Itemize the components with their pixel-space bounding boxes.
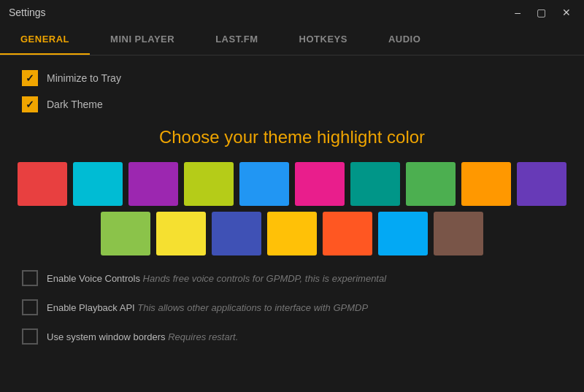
maximize-button[interactable]: ▢ [532, 6, 550, 19]
tab-audio[interactable]: AUDIO [368, 25, 441, 55]
theme-color-section: Choose your theme highlight color [22, 127, 562, 255]
tab-bar: GENERAL MINI PLAYER LAST.FM HOTKEYS AUDI… [0, 25, 584, 55]
tab-hotkeys[interactable]: HOTKEYS [279, 25, 368, 55]
system-borders-label: Use system window borders Requires resta… [47, 331, 238, 342]
color-swatch-lime[interactable] [184, 162, 234, 206]
voice-controls-row: Enable Voice Controls Hands free voice c… [22, 270, 562, 286]
voice-controls-checkbox[interactable] [22, 270, 38, 286]
color-swatch-purple[interactable] [128, 162, 178, 206]
color-swatch-brown[interactable] [434, 212, 483, 255]
minimize-button[interactable]: – [510, 6, 525, 19]
color-swatch-orange[interactable] [461, 162, 511, 206]
playback-api-checkbox[interactable] [22, 299, 38, 315]
minimize-to-tray-label: Minimize to Tray [47, 72, 121, 84]
close-button[interactable]: ✕ [558, 6, 575, 19]
voice-controls-label: Enable Voice Controls Hands free voice c… [47, 273, 386, 284]
color-swatch-deep-purple[interactable] [517, 162, 566, 206]
window-title: Settings [9, 7, 46, 18]
dark-theme-checkbox[interactable]: ✓ [22, 96, 38, 112]
dark-theme-label: Dark Theme [47, 99, 103, 110]
color-swatch-cyan[interactable] [73, 162, 123, 206]
minimize-to-tray-checkbox[interactable]: ✓ [22, 70, 38, 86]
color-swatch-green[interactable] [406, 162, 456, 206]
settings-content: ✓ Minimize to Tray ✓ Dark Theme Choose y… [0, 55, 584, 372]
color-row-2 [22, 212, 562, 255]
color-swatch-red[interactable] [18, 162, 67, 206]
minimize-to-tray-row: ✓ Minimize to Tray [22, 70, 562, 86]
color-swatch-teal[interactable] [350, 162, 400, 206]
title-bar: Settings – ▢ ✕ [0, 0, 584, 25]
color-swatch-deep-orange[interactable] [323, 212, 372, 255]
color-row-1 [22, 162, 562, 206]
tab-general[interactable]: GENERAL [0, 25, 90, 55]
playback-api-label: Enable Playback API This allows other ap… [47, 302, 368, 313]
color-swatch-indigo[interactable] [212, 212, 261, 255]
window-controls: – ▢ ✕ [510, 6, 575, 19]
theme-color-title: Choose your theme highlight color [22, 127, 562, 147]
color-swatch-amber[interactable] [267, 212, 317, 255]
color-swatch-pink[interactable] [295, 162, 345, 206]
color-swatch-light-blue[interactable] [378, 212, 428, 255]
tab-last-fm[interactable]: LAST.FM [195, 25, 278, 55]
bottom-options: Enable Voice Controls Hands free voice c… [22, 270, 562, 345]
system-borders-checkbox[interactable] [22, 328, 38, 345]
checkmark-icon: ✓ [26, 73, 34, 83]
color-swatch-light-green[interactable] [101, 212, 150, 255]
color-swatch-yellow[interactable] [156, 212, 206, 255]
playback-api-row: Enable Playback API This allows other ap… [22, 299, 562, 315]
system-borders-row: Use system window borders Requires resta… [22, 328, 562, 345]
color-swatch-blue[interactable] [239, 162, 289, 206]
tab-mini-player[interactable]: MINI PLAYER [90, 25, 195, 55]
checkmark-icon: ✓ [26, 99, 34, 109]
dark-theme-row: ✓ Dark Theme [22, 96, 562, 112]
